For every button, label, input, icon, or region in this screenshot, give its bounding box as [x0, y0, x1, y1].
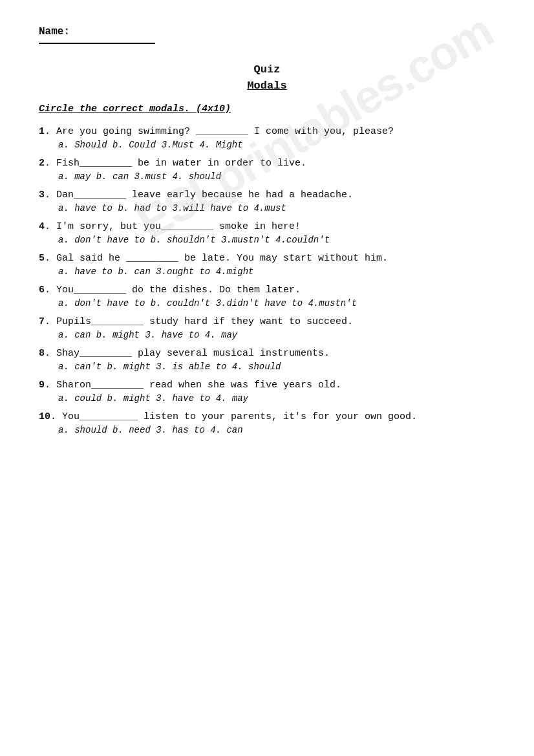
question-text-3: 3. Dan_________ leave early because he h…	[39, 189, 495, 200]
name-label: Name:	[39, 26, 70, 38]
question-options-3: a. have to b. had to 3.will have to 4.mu…	[39, 203, 495, 213]
question-number-1: 1	[39, 126, 45, 137]
question-number-9: 9	[39, 380, 45, 391]
question-text-4: 4. I'm sorry, but you_________ smoke in …	[39, 221, 495, 232]
name-section: Name:	[39, 26, 495, 44]
question-block-1: 1. Are you going swimming? _________ I c…	[39, 126, 495, 150]
question-options-8: a. can't b. might 3. is able to 4. shoul…	[39, 362, 495, 372]
question-options-5: a. have to b. can 3.ought to 4.might	[39, 266, 495, 277]
question-options-9: a. could b. might 3. have to 4. may	[39, 393, 495, 404]
question-block-5: 5. Gal said he _________ be late. You ma…	[39, 253, 495, 277]
question-number-4: 4	[39, 221, 45, 232]
question-number-8: 8	[39, 348, 45, 359]
question-number-7: 7	[39, 316, 45, 327]
question-number-10: 10	[39, 411, 50, 422]
instructions: Circle the correct modals. (4x10)	[39, 103, 495, 114]
question-options-4: a. don't have to b. shouldn't 3.mustn't …	[39, 235, 495, 245]
question-number-3: 3	[39, 189, 45, 200]
question-text-2: 2. Fish_________ be in water in order to…	[39, 158, 495, 169]
question-block-8: 8. Shay_________ play several musical in…	[39, 348, 495, 372]
question-block-6: 6. You_________ do the dishes. Do them l…	[39, 285, 495, 308]
question-options-1: a. Should b. Could 3.Must 4. Might	[39, 140, 495, 150]
name-line	[39, 43, 155, 44]
question-text-10: 10. You__________ listen to your parents…	[39, 411, 495, 422]
question-text-1: 1. Are you going swimming? _________ I c…	[39, 126, 495, 137]
question-text-8: 8. Shay_________ play several musical in…	[39, 348, 495, 359]
questions-container: 1. Are you going swimming? _________ I c…	[39, 126, 495, 435]
question-text-7: 7. Pupils_________ study hard if they wa…	[39, 316, 495, 327]
question-options-2: a. may b. can 3.must 4. should	[39, 171, 495, 182]
modals-title: Modals	[39, 80, 495, 92]
question-block-10: 10. You__________ listen to your parents…	[39, 411, 495, 435]
question-text-5: 5. Gal said he _________ be late. You ma…	[39, 253, 495, 264]
question-text-6: 6. You_________ do the dishes. Do them l…	[39, 285, 495, 296]
quiz-title: Quiz	[39, 63, 495, 76]
question-number-5: 5	[39, 253, 45, 264]
question-number-2: 2	[39, 158, 45, 169]
question-options-7: a. can b. might 3. have to 4. may	[39, 330, 495, 340]
question-block-4: 4. I'm sorry, but you_________ smoke in …	[39, 221, 495, 245]
question-text-9: 9. Sharon_________ read when she was fiv…	[39, 380, 495, 391]
question-block-2: 2. Fish_________ be in water in order to…	[39, 158, 495, 182]
question-options-6: a. don't have to b. couldn't 3.didn't ha…	[39, 298, 495, 308]
question-number-6: 6	[39, 285, 45, 296]
question-block-7: 7. Pupils_________ study hard if they wa…	[39, 316, 495, 340]
question-options-10: a. should b. need 3. has to 4. can	[39, 425, 495, 435]
question-block-3: 3. Dan_________ leave early because he h…	[39, 189, 495, 213]
question-block-9: 9. Sharon_________ read when she was fiv…	[39, 380, 495, 404]
